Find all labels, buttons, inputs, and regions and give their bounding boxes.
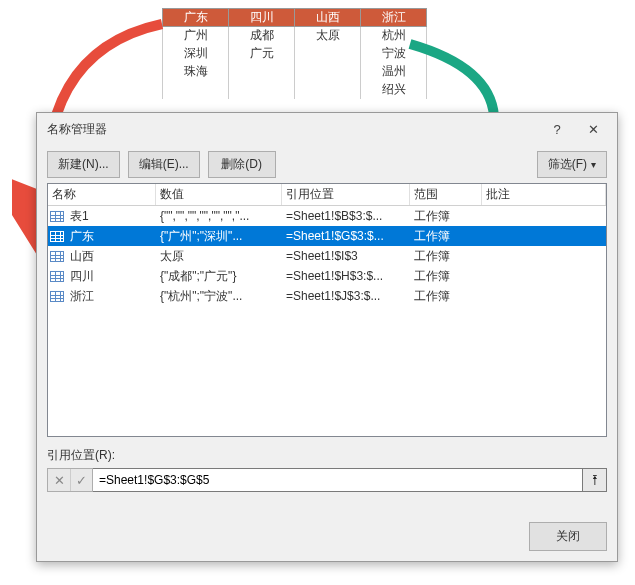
name-sheet-icon: [48, 271, 66, 282]
cell-ref: =Sheet1!$I$3: [282, 249, 410, 263]
help-button[interactable]: ?: [539, 117, 575, 141]
range-picker-icon[interactable]: ⭱: [583, 468, 607, 492]
dialog-title: 名称管理器: [47, 121, 539, 138]
data-cell: [295, 81, 361, 99]
data-cell: [229, 63, 295, 81]
cell-value: {"","","","","","","...: [156, 209, 282, 223]
data-cell: 广元: [229, 45, 295, 63]
cell-scope: 工作簿: [410, 248, 482, 265]
cell-name: 表1: [66, 208, 156, 225]
col-header-value[interactable]: 数值: [156, 184, 282, 205]
data-cell: 绍兴: [361, 81, 427, 99]
name-manager-dialog: 名称管理器 ? ✕ 新建(N)... 编辑(E)... 删除(D) 筛选(F) …: [36, 112, 618, 562]
cell-value: {"杭州";"宁波"...: [156, 288, 282, 305]
refers-to-label: 引用位置(R):: [47, 447, 607, 464]
cell-value: 太原: [156, 248, 282, 265]
refers-to-input[interactable]: [93, 468, 583, 492]
source-data-table: 广东 四川 山西 浙江 广州 成都 太原 杭州 深圳 广元 宁波 珠海 温州 绍…: [162, 8, 427, 99]
cell-name: 四川: [66, 268, 156, 285]
cell-scope: 工作簿: [410, 288, 482, 305]
close-icon[interactable]: ✕: [575, 117, 611, 141]
data-cell: 广州: [163, 27, 229, 45]
cell-scope: 工作簿: [410, 268, 482, 285]
cell-name: 山西: [66, 248, 156, 265]
cell-name: 浙江: [66, 288, 156, 305]
dialog-titlebar[interactable]: 名称管理器 ? ✕: [37, 113, 617, 145]
cell-scope: 工作簿: [410, 228, 482, 245]
data-cell: 太原: [295, 27, 361, 45]
data-cell: 深圳: [163, 45, 229, 63]
list-header[interactable]: 名称 数值 引用位置 范围 批注: [48, 184, 606, 206]
col-header: 广东: [163, 9, 229, 27]
data-cell: [295, 45, 361, 63]
name-sheet-icon: [48, 291, 66, 302]
col-header-comment[interactable]: 批注: [482, 184, 606, 205]
cell-name: 广东: [66, 228, 156, 245]
col-header-scope[interactable]: 范围: [410, 184, 482, 205]
list-row[interactable]: 山西太原=Sheet1!$I$3工作簿: [48, 246, 606, 266]
cell-value: {"成都";"广元"}: [156, 268, 282, 285]
edit-button[interactable]: 编辑(E)...: [128, 151, 200, 178]
list-row[interactable]: 表1{"","","","","","","...=Sheet1!$B$3:$.…: [48, 206, 606, 226]
close-button[interactable]: 关闭: [529, 522, 607, 551]
dialog-toolbar: 新建(N)... 编辑(E)... 删除(D) 筛选(F): [37, 145, 617, 183]
cell-ref: =Sheet1!$G$3:$...: [282, 229, 410, 243]
data-cell: 成都: [229, 27, 295, 45]
cell-scope: 工作簿: [410, 208, 482, 225]
col-header: 四川: [229, 9, 295, 27]
name-sheet-icon: [48, 211, 66, 222]
list-row[interactable]: 浙江{"杭州";"宁波"...=Sheet1!$J$3:$...工作簿: [48, 286, 606, 306]
refers-to-section: 引用位置(R): ✕ ✓ ⭱: [47, 447, 607, 492]
cell-value: {"广州";"深圳"...: [156, 228, 282, 245]
col-header: 山西: [295, 9, 361, 27]
data-cell: [229, 81, 295, 99]
new-button[interactable]: 新建(N)...: [47, 151, 120, 178]
data-cell: 宁波: [361, 45, 427, 63]
col-header-ref[interactable]: 引用位置: [282, 184, 410, 205]
data-cell: 珠海: [163, 63, 229, 81]
list-row[interactable]: 四川{"成都";"广元"}=Sheet1!$H$3:$...工作簿: [48, 266, 606, 286]
col-header-name[interactable]: 名称: [48, 184, 156, 205]
data-cell: [163, 81, 229, 99]
data-cell: 杭州: [361, 27, 427, 45]
delete-button[interactable]: 删除(D): [208, 151, 276, 178]
name-sheet-icon: [48, 231, 66, 242]
col-header: 浙江: [361, 9, 427, 27]
list-row[interactable]: 广东{"广州";"深圳"...=Sheet1!$G$3:$...工作簿: [48, 226, 606, 246]
accept-ref-icon[interactable]: ✓: [70, 469, 92, 491]
cell-ref: =Sheet1!$J$3:$...: [282, 289, 410, 303]
data-cell: [295, 63, 361, 81]
data-cell: 温州: [361, 63, 427, 81]
cell-ref: =Sheet1!$H$3:$...: [282, 269, 410, 283]
filter-button[interactable]: 筛选(F): [537, 151, 607, 178]
cell-ref: =Sheet1!$B$3:$...: [282, 209, 410, 223]
name-sheet-icon: [48, 251, 66, 262]
cancel-ref-icon[interactable]: ✕: [48, 469, 70, 491]
names-list[interactable]: 名称 数值 引用位置 范围 批注 表1{"","","","","","",".…: [47, 183, 607, 437]
